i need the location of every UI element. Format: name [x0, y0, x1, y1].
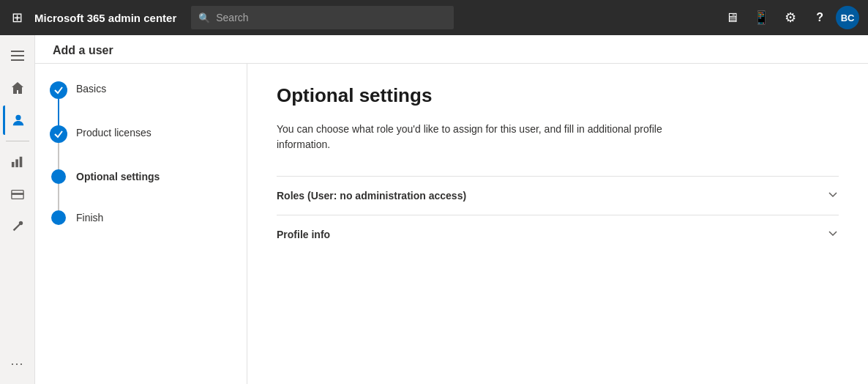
- step-indicator-basics: [50, 81, 67, 99]
- accordion-roles-header[interactable]: Roles (User: no administration access): [277, 188, 839, 203]
- sidebar-bottom: ···: [3, 349, 32, 384]
- monitor-icon-button[interactable]: 🖥: [719, 4, 745, 31]
- svg-rect-6: [19, 157, 22, 167]
- wizard-sidebar: Basics: [35, 64, 247, 384]
- svg-point-3: [15, 115, 20, 120]
- monitor-icon: 🖥: [725, 10, 738, 26]
- page-title: Add a user: [53, 44, 113, 56]
- form-description: You can choose what role you'd like to a…: [277, 122, 716, 152]
- tools-icon: [11, 220, 24, 233]
- wizard-step-basics[interactable]: Basics: [50, 81, 232, 99]
- app-title: Microsoft 365 admin center: [34, 12, 176, 24]
- step-label-basics: Basics: [76, 81, 106, 95]
- svg-rect-0: [11, 51, 24, 52]
- svg-rect-4: [11, 162, 14, 167]
- home-icon: [11, 81, 24, 95]
- gear-icon: ⚙: [785, 10, 796, 26]
- step-circle-optional: [51, 169, 66, 184]
- search-input[interactable]: [216, 12, 446, 23]
- analytics-icon: [11, 155, 24, 169]
- step-indicator-licenses: [50, 125, 67, 143]
- svg-rect-5: [15, 159, 18, 167]
- billing-icon: [11, 188, 24, 201]
- accordion-profile-chevron-icon: [827, 227, 839, 242]
- page-header: Add a user: [35, 35, 868, 64]
- accordion-profile-label: Profile info: [277, 229, 330, 240]
- step-circle-basics: [50, 81, 67, 99]
- search-box[interactable]: [191, 6, 453, 29]
- form-content: Optional settings You can choose what ro…: [247, 64, 868, 384]
- step-connector-3-4: [50, 184, 232, 210]
- check-icon-basics: [53, 85, 64, 95]
- accordion-roles-label: Roles (User: no administration access): [277, 190, 466, 202]
- accordion-roles-chevron-icon: [827, 188, 839, 203]
- sidebar-divider: [6, 141, 29, 141]
- user-icon: [12, 114, 25, 127]
- chevron-down-icon-profile: [827, 227, 839, 239]
- sidebar-item-home[interactable]: [3, 73, 32, 103]
- step-circle-licenses: [50, 125, 67, 143]
- accordion-profile-header[interactable]: Profile info: [277, 227, 839, 242]
- sidebar-item-tools[interactable]: [3, 212, 32, 241]
- search-icon: [198, 11, 210, 24]
- sidebar-item-analytics[interactable]: [3, 147, 32, 177]
- main-layout: ··· Add a user Bas: [0, 35, 868, 384]
- sidebar-item-more[interactable]: ···: [3, 349, 32, 378]
- topnav-icons: 🖥 📱 ⚙ ? BC: [719, 4, 859, 31]
- svg-rect-2: [11, 59, 24, 61]
- question-icon: ?: [816, 11, 823, 24]
- settings-icon-button[interactable]: ⚙: [777, 4, 804, 31]
- sidebar-item-billing[interactable]: [3, 180, 32, 209]
- step-circle-finish: [51, 210, 66, 225]
- ellipsis-icon: ···: [10, 356, 23, 372]
- user-avatar[interactable]: BC: [836, 6, 859, 29]
- wizard-step-licenses[interactable]: Product licenses: [50, 125, 232, 143]
- step-label-optional: Optional settings: [76, 169, 160, 182]
- step-indicator-optional: [50, 169, 67, 184]
- top-navigation: Microsoft 365 admin center 🖥 📱 ⚙ ? BC: [0, 0, 868, 35]
- accordion-profile: Profile info: [277, 215, 839, 254]
- main-content: Basics: [35, 64, 868, 384]
- sidebar-item-hamburger[interactable]: [3, 41, 32, 70]
- svg-rect-8: [11, 193, 23, 195]
- step-label-finish: Finish: [76, 210, 103, 224]
- step-label-licenses: Product licenses: [76, 125, 151, 139]
- step-indicator-finish: [50, 210, 67, 225]
- tablet-icon: 📱: [753, 10, 769, 26]
- tablet-icon-button[interactable]: 📱: [748, 4, 774, 31]
- sidebar-navigation: ···: [0, 35, 35, 384]
- svg-rect-1: [11, 55, 24, 56]
- help-icon-button[interactable]: ?: [807, 4, 833, 31]
- content-area: Add a user Basics: [35, 35, 868, 384]
- wizard-step-optional[interactable]: Optional settings: [50, 169, 232, 184]
- sidebar-item-users[interactable]: [3, 106, 32, 135]
- step-connector-2-3: [50, 143, 232, 169]
- step-connector-1-2: [50, 99, 232, 125]
- wizard-step-finish[interactable]: Finish: [50, 210, 232, 225]
- form-title: Optional settings: [277, 84, 839, 107]
- check-icon-licenses: [53, 129, 64, 139]
- chevron-down-icon: [827, 188, 839, 200]
- hamburger-icon: [11, 51, 24, 61]
- accordion-roles: Roles (User: no administration access): [277, 176, 839, 215]
- app-launcher-icon[interactable]: [9, 7, 26, 29]
